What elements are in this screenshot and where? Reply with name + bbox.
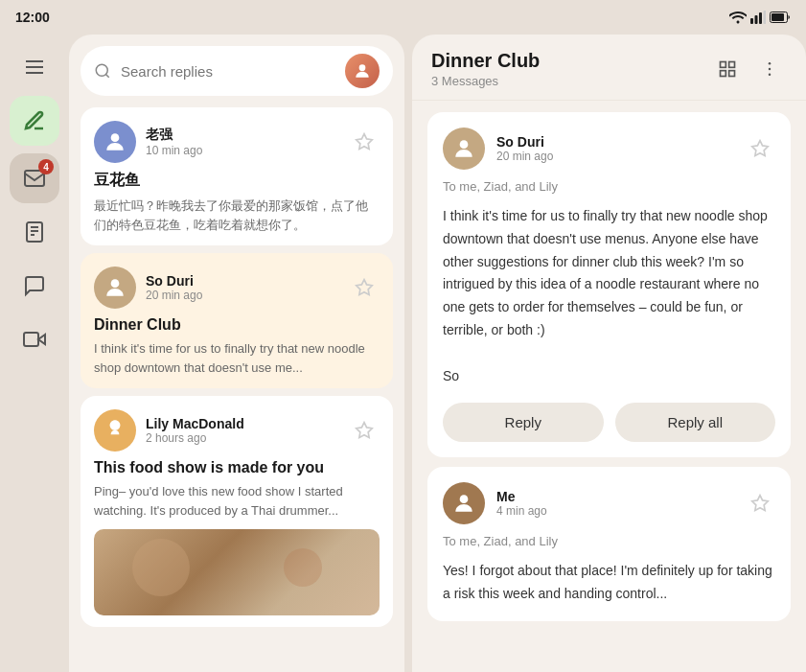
msg-time-1: 10 min ago (146, 144, 339, 157)
email-star-2[interactable] (745, 488, 775, 519)
chat-icon (23, 274, 46, 297)
email-to-2: To me, Ziad, and Lily (443, 534, 775, 548)
svg-rect-23 (721, 62, 726, 68)
user-avatar[interactable] (345, 54, 380, 88)
email-avatar-2 (443, 482, 485, 524)
svg-rect-2 (759, 12, 762, 24)
svg-rect-1 (755, 15, 758, 24)
search-bar (81, 46, 393, 96)
email-card-1: So Duri 20 min ago To me, Ziad, and Lily… (427, 112, 791, 457)
svg-point-17 (359, 64, 366, 71)
email-body-2: Yes! I forgot about that place! I'm defi… (443, 560, 775, 606)
msg-meta-1: 老强 10 min ago (146, 127, 339, 157)
email-body-1: I think it's time for us to finally try … (443, 205, 775, 387)
svg-rect-5 (771, 13, 784, 21)
msg-meta-2: So Duri 20 min ago (146, 273, 339, 302)
email-time-2: 4 min ago (496, 504, 733, 518)
msg-subject-1: 豆花鱼 (94, 171, 380, 191)
msg-subject-3: This food show is made for you (94, 459, 380, 476)
msg-time-3: 2 hours ago (146, 431, 339, 445)
msg-meta-3: Lily MacDonald 2 hours ago (146, 416, 339, 445)
star-button-3[interactable] (349, 415, 380, 446)
email-header-1: So Duri 20 min ago (443, 127, 775, 170)
email-card-2: Me 4 min ago To me, Ziad, and Lily Yes! … (427, 467, 791, 621)
right-panel: Dinner Club 3 Messages (412, 35, 806, 672)
email-sender-2: Me (496, 489, 733, 504)
email-time-1: 20 min ago (496, 150, 733, 163)
sidebar: 4 (0, 35, 69, 672)
msg-avatar-1 (94, 121, 136, 163)
email-meta-1: So Duri 20 min ago (496, 134, 733, 163)
notes-icon (23, 220, 46, 243)
compose-button[interactable] (10, 96, 59, 146)
thread-title: Dinner Club (431, 50, 540, 72)
email-actions-1: Reply Reply all (443, 403, 775, 442)
sidebar-item-video[interactable] (10, 314, 59, 364)
msg-preview-3: Ping– you'd love this new food show I st… (94, 482, 380, 520)
thread-messages: So Duri 20 min ago To me, Ziad, and Lily… (412, 101, 806, 672)
svg-point-27 (769, 62, 771, 65)
svg-marker-33 (752, 496, 769, 511)
app-container: 4 (0, 35, 806, 672)
svg-marker-14 (38, 335, 45, 344)
edit-icon (23, 109, 46, 132)
email-star-1[interactable] (745, 133, 775, 164)
svg-rect-25 (721, 71, 726, 77)
msg-time-2: 20 min ago (146, 289, 339, 302)
msg-sender-3: Lily MacDonald (146, 416, 339, 431)
thread-count: 3 Messages (431, 74, 540, 88)
svg-point-29 (769, 74, 771, 77)
msg-sender-1: 老强 (146, 127, 339, 144)
msg-sender-2: So Duri (146, 273, 339, 289)
status-bar: 12:00 (0, 0, 806, 35)
more-options-button[interactable] (752, 52, 787, 86)
email-sender-1: So Duri (496, 134, 733, 150)
svg-rect-24 (729, 62, 735, 68)
menu-icon (23, 56, 46, 79)
reply-button[interactable]: Reply (443, 403, 604, 442)
svg-point-18 (111, 133, 120, 142)
sidebar-item-notes[interactable] (10, 207, 59, 257)
svg-marker-21 (357, 280, 373, 295)
email-avatar-1 (443, 127, 485, 170)
layout-button[interactable] (710, 52, 745, 86)
svg-rect-15 (24, 333, 38, 346)
email-meta-2: Me 4 min ago (496, 489, 733, 518)
email-to-1: To me, Ziad, and Lily (443, 179, 775, 194)
mail-badge: 4 (38, 159, 54, 174)
search-input[interactable] (121, 63, 335, 80)
messages-list: 老强 10 min ago 豆花鱼 最近忙吗？昨晚我去了你最爱的那家饭馆，点了他… (69, 104, 404, 672)
sidebar-item-mail[interactable]: 4 (10, 153, 59, 203)
signal-icon (750, 11, 766, 24)
svg-rect-0 (750, 18, 753, 24)
status-time: 12:00 (15, 10, 50, 25)
star-button-1[interactable] (349, 127, 380, 157)
svg-point-16 (96, 64, 107, 76)
svg-rect-26 (729, 71, 735, 77)
svg-point-32 (460, 496, 469, 504)
svg-marker-31 (752, 141, 769, 156)
reply-all-button[interactable]: Reply all (615, 403, 776, 442)
sidebar-item-chat[interactable] (10, 261, 59, 311)
video-icon (23, 328, 46, 351)
wifi-icon (729, 11, 747, 24)
svg-marker-22 (357, 423, 373, 438)
search-icon (94, 62, 111, 80)
sidebar-item-menu[interactable] (10, 42, 59, 92)
msg-avatar-2 (94, 266, 136, 309)
message-card-3[interactable]: Lily MacDonald 2 hours ago This food sho… (81, 396, 393, 627)
svg-point-20 (111, 279, 120, 288)
thread-actions (710, 52, 787, 86)
food-image (94, 529, 380, 615)
svg-point-28 (769, 68, 771, 71)
message-card-1[interactable]: 老强 10 min ago 豆花鱼 最近忙吗？昨晚我去了你最爱的那家饭馆，点了他… (81, 107, 393, 245)
msg-subject-2: Dinner Club (94, 316, 380, 334)
svg-marker-19 (357, 134, 373, 150)
left-panel: 老强 10 min ago 豆花鱼 最近忙吗？昨晚我去了你最爱的那家饭馆，点了他… (69, 35, 404, 672)
message-card-2[interactable]: So Duri 20 min ago Dinner Club I think i… (81, 253, 393, 388)
battery-icon (770, 12, 791, 23)
status-icons (729, 11, 791, 24)
thread-info: Dinner Club 3 Messages (431, 50, 540, 88)
msg-preview-1: 最近忙吗？昨晚我去了你最爱的那家饭馆，点了他们的特色豆花鱼，吃着吃着就想你了。 (94, 197, 380, 234)
star-button-2[interactable] (349, 272, 380, 303)
